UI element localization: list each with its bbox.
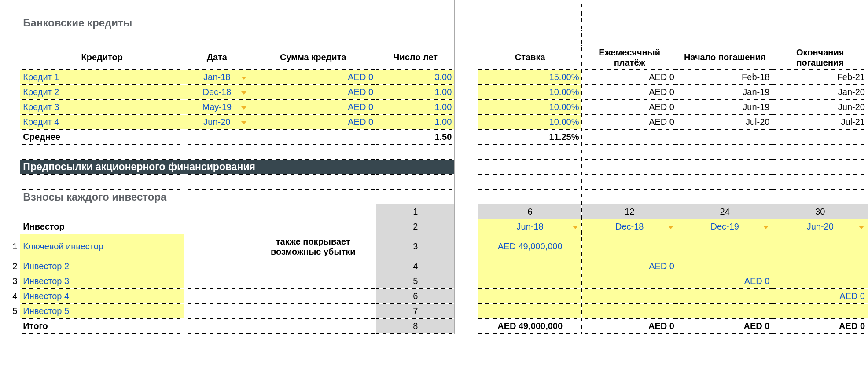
cell[interactable]: [677, 175, 772, 190]
loan-amount-input[interactable]: AED 0: [250, 115, 376, 130]
cell[interactable]: [772, 145, 868, 160]
cell[interactable]: [677, 190, 772, 204]
contrib-input[interactable]: [582, 274, 677, 289]
cell[interactable]: [20, 175, 184, 190]
loan-years-input[interactable]: 3.00: [376, 70, 455, 85]
cell[interactable]: [677, 160, 772, 175]
loan-amount-input[interactable]: AED 0: [250, 70, 376, 85]
investor-name-input[interactable]: Инвестор 3: [20, 274, 184, 289]
cell[interactable]: [772, 0, 868, 15]
cell[interactable]: [677, 130, 772, 145]
investor-name-input[interactable]: Ключевой инвестор: [20, 234, 184, 259]
investor-name-input[interactable]: Инвестор 5: [20, 304, 184, 319]
cell[interactable]: [184, 30, 250, 45]
cell[interactable]: [250, 130, 376, 145]
cell[interactable]: [250, 204, 376, 219]
contrib-input[interactable]: [772, 259, 868, 274]
cell[interactable]: [376, 0, 455, 15]
cell[interactable]: [184, 145, 250, 160]
cell[interactable]: [184, 219, 250, 234]
cell[interactable]: [582, 190, 677, 204]
loan-name-input[interactable]: Кредит 3: [20, 100, 184, 115]
cell[interactable]: [582, 130, 677, 145]
contrib-input[interactable]: [772, 304, 868, 319]
cell[interactable]: [478, 0, 582, 15]
contrib-input[interactable]: [582, 234, 677, 259]
schedule-date-dropdown[interactable]: Dec-19: [677, 219, 772, 234]
schedule-date-dropdown[interactable]: Jun-18: [478, 219, 582, 234]
cell[interactable]: [250, 219, 376, 234]
loan-name-input[interactable]: Кредит 1: [20, 70, 184, 85]
cell[interactable]: [772, 30, 868, 45]
cell[interactable]: [184, 274, 250, 289]
loan-date-dropdown[interactable]: Dec-18: [184, 85, 250, 100]
loan-rate-input[interactable]: 15.00%: [478, 70, 582, 85]
investor-name-input[interactable]: Инвестор 2: [20, 259, 184, 274]
cell[interactable]: [478, 190, 582, 204]
cell[interactable]: [582, 0, 677, 15]
cell[interactable]: [582, 145, 677, 160]
loan-years-input[interactable]: 1.00: [376, 115, 455, 130]
cell[interactable]: [250, 289, 376, 304]
loan-years-input[interactable]: 1.00: [376, 100, 455, 115]
cell[interactable]: [376, 30, 455, 45]
cell[interactable]: [677, 15, 772, 30]
cell[interactable]: [677, 0, 772, 15]
cell[interactable]: [250, 175, 376, 190]
cell[interactable]: [250, 304, 376, 319]
contrib-input[interactable]: [677, 259, 772, 274]
cell[interactable]: [184, 234, 250, 259]
loan-name-input[interactable]: Кредит 2: [20, 85, 184, 100]
cell[interactable]: [20, 30, 184, 45]
loan-years-input[interactable]: 1.00: [376, 85, 455, 100]
cell[interactable]: [478, 145, 582, 160]
cell[interactable]: [250, 145, 376, 160]
loan-rate-input[interactable]: 10.00%: [478, 85, 582, 100]
cell[interactable]: [582, 160, 677, 175]
loan-rate-input[interactable]: 10.00%: [478, 100, 582, 115]
contrib-input[interactable]: AED 0: [582, 259, 677, 274]
loan-rate-input[interactable]: 10.00%: [478, 115, 582, 130]
cell[interactable]: [478, 30, 582, 45]
contrib-input[interactable]: [582, 289, 677, 304]
cell[interactable]: [184, 175, 250, 190]
cell[interactable]: [250, 319, 376, 334]
cell[interactable]: [20, 204, 184, 219]
contrib-input[interactable]: [772, 234, 868, 259]
cell[interactable]: [582, 30, 677, 45]
cell[interactable]: [677, 30, 772, 45]
cell[interactable]: [184, 289, 250, 304]
cell[interactable]: [478, 160, 582, 175]
cell[interactable]: [184, 204, 250, 219]
contrib-input[interactable]: [478, 259, 582, 274]
contrib-input[interactable]: [478, 304, 582, 319]
cell[interactable]: [250, 30, 376, 45]
cell[interactable]: [772, 130, 868, 145]
loan-date-dropdown[interactable]: Jan-18: [184, 70, 250, 85]
cell[interactable]: [376, 175, 455, 190]
cell[interactable]: [250, 259, 376, 274]
schedule-date-dropdown[interactable]: Dec-18: [582, 219, 677, 234]
loan-name-input[interactable]: Кредит 4: [20, 115, 184, 130]
contrib-input[interactable]: [677, 304, 772, 319]
contrib-input[interactable]: [478, 289, 582, 304]
cell[interactable]: [478, 15, 582, 30]
cell[interactable]: [20, 0, 184, 15]
schedule-date-dropdown[interactable]: Jun-20: [772, 219, 868, 234]
cell[interactable]: [677, 145, 772, 160]
cell[interactable]: [772, 175, 868, 190]
cell[interactable]: [184, 319, 250, 334]
loan-date-dropdown[interactable]: Jun-20: [184, 115, 250, 130]
cell[interactable]: [184, 259, 250, 274]
contrib-input[interactable]: [677, 234, 772, 259]
cell[interactable]: [582, 175, 677, 190]
cell[interactable]: [250, 0, 376, 15]
cell[interactable]: [772, 190, 868, 204]
investor-name-input[interactable]: Инвестор 4: [20, 289, 184, 304]
cell[interactable]: [184, 0, 250, 15]
contrib-input[interactable]: AED 49,000,000: [478, 234, 582, 259]
cell[interactable]: [582, 15, 677, 30]
cell[interactable]: [184, 304, 250, 319]
cell[interactable]: [772, 160, 868, 175]
contrib-input[interactable]: [582, 304, 677, 319]
